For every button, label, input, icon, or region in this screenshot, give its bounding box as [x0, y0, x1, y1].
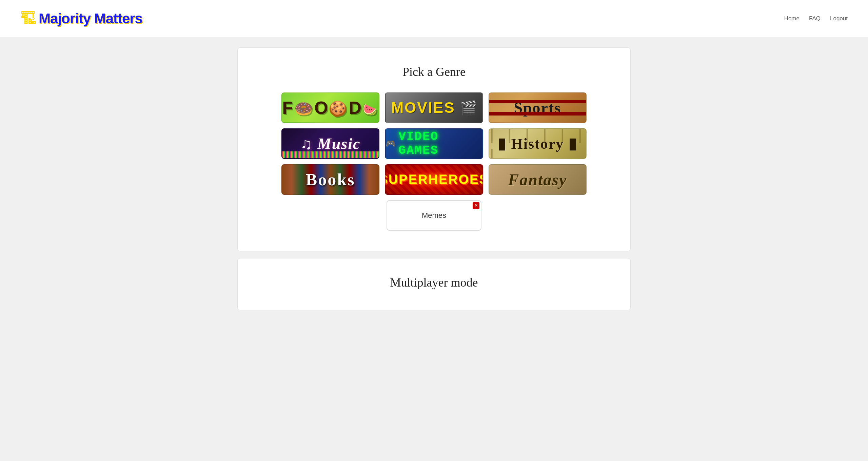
genre-label-videogames: Video Games — [398, 130, 482, 158]
genre-label-music: ♫ Music — [300, 135, 361, 153]
multiplayer-title: Multiplayer mode — [265, 275, 603, 290]
genre-card-fantasy[interactable]: Fantasy — [489, 164, 587, 195]
genre-card-sports[interactable]: Sports — [489, 92, 587, 123]
genre-card-movies[interactable]: Movies 🎬 — [385, 92, 483, 123]
movie-camera-icon: 🎬 — [460, 100, 477, 116]
genre-label-history: ▮ History ▮ — [498, 135, 577, 152]
genre-card-memes[interactable]: Memes ✕ — [387, 200, 481, 231]
genre-title: Pick a Genre — [265, 65, 603, 79]
logo-text: Majority Matters — [39, 11, 142, 27]
gamepad-icon: 🎮 — [386, 139, 396, 148]
genre-card-food[interactable]: F🍩O🍪D🍉 — [281, 92, 379, 123]
genre-label-fantasy: Fantasy — [508, 170, 567, 189]
genre-label-memes: Memes — [422, 211, 446, 220]
genre-grid: F🍩O🍪D🍉 Movies 🎬 Sports ♫ Music 🎮 Video G… — [281, 92, 587, 231]
multiplayer-section: Multiplayer mode — [237, 258, 631, 310]
genre-label-movies: Movies — [391, 99, 455, 116]
genre-label-food: F🍩O🍪D🍉 — [282, 98, 379, 118]
memes-corner-icon: ✕ — [473, 202, 479, 209]
site-header: 🏗 Majority Matters Home FAQ Logout — [0, 0, 868, 37]
genre-section: Pick a Genre F🍩O🍪D🍉 Movies 🎬 Sports ♫ Mu… — [237, 47, 631, 251]
nav-logout[interactable]: Logout — [830, 15, 848, 22]
logo-icon: 🏗 — [20, 9, 37, 28]
nav-links: Home FAQ Logout — [784, 15, 848, 22]
genre-card-videogames[interactable]: 🎮 Video Games — [385, 128, 483, 159]
genre-card-music[interactable]: ♫ Music — [281, 128, 379, 159]
genre-card-history[interactable]: ▮ History ▮ — [489, 128, 587, 159]
genre-label-books: Books — [306, 170, 355, 189]
nav-faq[interactable]: FAQ — [809, 15, 821, 22]
genre-label-superheroes: SUPERHEROES — [385, 172, 483, 187]
genre-card-books[interactable]: Books — [281, 164, 379, 195]
logo-area: 🏗 Majority Matters — [20, 9, 142, 28]
genre-card-superheroes[interactable]: SUPERHEROES — [385, 164, 483, 195]
genre-bottom-row: Memes ✕ — [281, 200, 587, 231]
nav-home[interactable]: Home — [784, 15, 800, 22]
genre-label-sports: Sports — [514, 99, 561, 117]
